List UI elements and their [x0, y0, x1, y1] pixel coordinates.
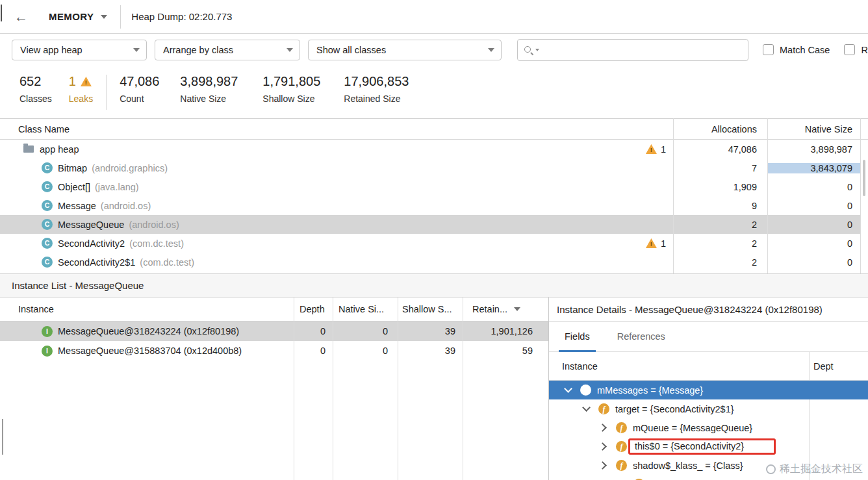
depth-cell: 0: [293, 326, 332, 336]
retained-size-cell: 1,901,126: [462, 326, 548, 336]
warning-icon: !: [646, 238, 657, 248]
back-icon[interactable]: ←: [14, 9, 28, 25]
native-size-cell: 0: [768, 201, 861, 211]
instance-details-panel: Instance Details - MessageQueue@31824322…: [549, 297, 868, 480]
memory-session-label: MEMORY: [49, 11, 94, 22]
class-filter-dropdown[interactable]: Show all classes: [308, 40, 502, 60]
stat-native-label: Native Size: [180, 94, 238, 104]
class-icon: C: [42, 219, 53, 230]
divider: [106, 75, 107, 110]
watermark: 稀土掘金技术社区: [766, 462, 863, 476]
match-case-checkbox[interactable]: [763, 44, 774, 55]
allocations-cell: 1,909: [674, 182, 768, 192]
chevron-down-icon[interactable]: [535, 49, 539, 51]
regex-option[interactable]: R: [844, 44, 867, 55]
column-native-size[interactable]: Native Si...: [332, 304, 397, 314]
fields-table-header: Instance Dept: [549, 352, 868, 381]
column-retained-size[interactable]: Retain...: [462, 304, 548, 314]
table-row-secondactivity2[interactable]: C SecondActivity2 (com.dc.test) ! 1 2 0: [0, 234, 868, 253]
class-package: (android.graphics): [92, 163, 168, 173]
stat-leaks-value: 1: [69, 74, 76, 89]
instance-list-panel: Instance Depth Native Si... Shallow S...…: [0, 297, 549, 480]
stat-classes: 652 Classes: [19, 74, 52, 104]
column-divider: [333, 297, 333, 480]
table-row-message[interactable]: C Message (android.os) 9 0: [0, 196, 868, 215]
class-package: (java.lang): [95, 182, 139, 192]
warning-icon: !: [81, 77, 92, 86]
table-row-secondactivity2-1[interactable]: C SecondActivity2$1 (com.dc.test) 2 0: [0, 253, 868, 272]
column-divider: [860, 118, 861, 273]
column-shallow-size[interactable]: Shallow S...: [397, 304, 462, 314]
column-class-name[interactable]: Class Name: [0, 124, 674, 134]
watermark-text: 稀土掘金技术社区: [780, 462, 863, 476]
chevron-down-icon[interactable]: [582, 403, 591, 412]
details-tabs: Fields References: [549, 322, 868, 352]
class-name: MessageQueue: [58, 220, 124, 230]
chevron-right-icon[interactable]: [598, 423, 607, 432]
column-instance[interactable]: Instance: [549, 361, 598, 372]
class-name: SecondActivity2$1: [58, 257, 135, 268]
instance-details-title: Instance Details - MessageQueue@31824322…: [549, 297, 868, 322]
column-depth[interactable]: Dept: [813, 361, 834, 372]
folder-icon: [23, 145, 34, 153]
class-package: (com.dc.test): [140, 257, 194, 268]
tree-row-mmessages-selected[interactable]: mMessages = {Message}: [549, 381, 868, 399]
instance-row[interactable]: I MessageQueue@315883704 (0x12d400b8) 0 …: [0, 341, 548, 360]
chevron-right-icon[interactable]: [598, 442, 607, 451]
table-row-messagequeue-selected[interactable]: C MessageQueue (android.os) 2 0: [0, 215, 868, 234]
table-row-app-heap[interactable]: app heap ! 1 47,086 3,898,987: [0, 140, 868, 158]
field-icon: f: [598, 403, 609, 414]
splitter-handle[interactable]: [2, 419, 3, 455]
class-name: app heap: [40, 144, 79, 155]
retained-size-cell: 59: [462, 346, 548, 356]
column-allocations[interactable]: Allocations: [674, 124, 768, 134]
instance-icon: I: [42, 346, 53, 357]
shallow-size-cell: 39: [397, 326, 462, 336]
allocations-cell: 47,086: [674, 144, 768, 155]
instance-row-selected[interactable]: I MessageQueue@318243224 (0x12f80198) 0 …: [0, 322, 548, 341]
object-icon: [580, 385, 591, 396]
table-row-bitmap[interactable]: C Bitmap (android.graphics) 7 3,843,079: [0, 158, 868, 177]
search-field[interactable]: [517, 39, 748, 61]
leak-count: 1: [661, 238, 666, 249]
allocations-cell: 9: [674, 201, 768, 211]
heap-dump-title: Heap Dump: 02:20.773: [131, 11, 232, 22]
tree-row-mqueue[interactable]: f mQueue = {MessageQueue}: [549, 418, 868, 437]
heap-scope-dropdown[interactable]: View app heap: [12, 40, 147, 60]
regex-checkbox[interactable]: [844, 44, 855, 55]
native-size-cell: 0: [332, 326, 397, 336]
class-filter-value: Show all classes: [316, 45, 386, 55]
tree-row-target[interactable]: f target = {SecondActivity2$1}: [549, 399, 868, 418]
memory-session-dropdown[interactable]: MEMORY: [49, 11, 107, 22]
heap-stats: 652 Classes 1 ! Leaks 47,086 Count 3,898…: [0, 65, 868, 118]
stat-shallow-value: 1,791,805: [262, 74, 320, 89]
search-input[interactable]: [544, 40, 743, 60]
column-native-size[interactable]: Native Size: [768, 124, 861, 134]
instance-icon: I: [42, 326, 53, 337]
tab-fields[interactable]: Fields: [565, 322, 590, 351]
depth-cell: 0: [293, 346, 332, 356]
stat-shallow-size: 1,791,805 Shallow Size: [262, 74, 320, 104]
heap-dump-toolbar: View app heap Arrange by class Show all …: [0, 34, 868, 65]
stat-shallow-label: Shallow Size: [262, 94, 320, 104]
class-table-header: Class Name Allocations Native Size: [0, 118, 868, 140]
chevron-down-icon[interactable]: [564, 385, 572, 393]
class-icon: C: [42, 200, 53, 211]
tab-references[interactable]: References: [617, 322, 665, 351]
tree-row-this0-highlighted[interactable]: f this$0 = {SecondActivity2}: [549, 437, 868, 456]
match-case-option[interactable]: Match Case: [763, 44, 830, 55]
column-divider: [463, 297, 463, 480]
instance-name: MessageQueue@318243224 (0x12f80198): [58, 326, 239, 336]
column-instance[interactable]: Instance: [0, 304, 293, 314]
chevron-right-icon[interactable]: [598, 461, 607, 470]
column-depth[interactable]: Depth: [293, 304, 332, 314]
table-row-object-array[interactable]: C Object[] (java.lang) 1,909 0: [0, 177, 868, 196]
arrange-by-dropdown[interactable]: Arrange by class: [155, 40, 300, 60]
stat-classes-label: Classes: [19, 94, 52, 104]
stat-native-value: 3,898,987: [180, 74, 238, 89]
top-bar: ← MEMORY Heap Dump: 02:20.773: [0, 0, 868, 34]
field-label: mMessages = {Message}: [597, 385, 703, 396]
chevron-down-icon[interactable]: [514, 307, 520, 311]
vertical-scrollbar[interactable]: [863, 160, 865, 196]
instance-name: MessageQueue@315883704 (0x12d400b8): [58, 346, 242, 356]
